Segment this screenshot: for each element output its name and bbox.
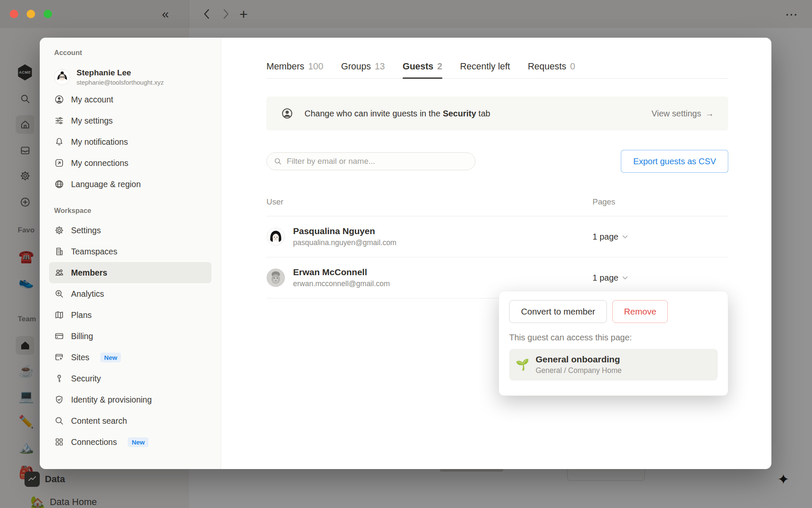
guests-controls-row: Export guests as CSV bbox=[266, 150, 728, 173]
sidebar-item-my-notifications[interactable]: My notifications bbox=[49, 131, 211, 152]
person-circle-icon bbox=[281, 107, 294, 120]
sidebar-item-billing[interactable]: Billing bbox=[49, 326, 211, 347]
members-tabs: Members100 Groups13 Guests2 Recently lef… bbox=[266, 61, 728, 79]
sidebar-item-language-region[interactable]: Language & region bbox=[49, 174, 211, 195]
guest-user-cell: Erwan McConnell erwan.mcconnell@gmail.co… bbox=[266, 267, 593, 288]
globe-icon bbox=[54, 179, 64, 189]
avatar bbox=[54, 69, 70, 85]
avatar bbox=[266, 268, 285, 287]
sidebar-item-label: My settings bbox=[71, 116, 113, 126]
sidebar-item-my-account[interactable]: My account bbox=[49, 89, 211, 110]
tab-count: 100 bbox=[308, 61, 324, 72]
settings-sidebar: Account Stephanie Lee stephanie@toolsfor… bbox=[40, 38, 221, 469]
key-icon bbox=[54, 373, 64, 384]
guest-name: Erwan McConnell bbox=[293, 267, 390, 277]
seedling-icon: 🌱 bbox=[516, 358, 529, 371]
shield-check-icon bbox=[54, 395, 64, 405]
account-user-row[interactable]: Stephanie Lee stephanie@toolsforthought.… bbox=[49, 65, 211, 89]
workspace-section-label: Workspace bbox=[49, 207, 211, 215]
chevron-down-icon bbox=[622, 235, 628, 239]
sidebar-item-label: Connections bbox=[71, 437, 117, 447]
people-icon bbox=[54, 268, 64, 278]
sidebar-item-label: Analytics bbox=[71, 289, 104, 299]
credit-card-icon bbox=[54, 331, 64, 341]
tab-count: 0 bbox=[570, 61, 575, 72]
gear-icon bbox=[54, 225, 64, 235]
sidebar-item-label: My connections bbox=[71, 158, 128, 168]
magnifier-sparkle-icon bbox=[54, 289, 64, 299]
guest-email: erwan.mcconnell@gmail.com bbox=[293, 279, 390, 288]
arrow-right-icon: → bbox=[705, 109, 714, 119]
sidebar-item-members[interactable]: Members bbox=[49, 262, 211, 283]
convert-to-member-button[interactable]: Convert to member bbox=[509, 300, 607, 323]
sidebar-item-plans[interactable]: Plans bbox=[49, 304, 211, 326]
guest-actions-popover: Convert to member Remove This guest can … bbox=[499, 291, 728, 396]
sidebar-item-label: Identity & provisioning bbox=[71, 395, 152, 405]
view-settings-link[interactable]: View settings → bbox=[652, 109, 714, 119]
bell-icon bbox=[54, 137, 64, 147]
sidebar-item-label: Members bbox=[71, 268, 107, 278]
search-icon bbox=[274, 157, 282, 166]
close-window-button[interactable] bbox=[10, 10, 18, 18]
tab-recently-left[interactable]: Recently left bbox=[460, 61, 510, 78]
popover-actions: Convert to member Remove bbox=[509, 300, 718, 323]
guest-pages-dropdown[interactable]: 1 page bbox=[593, 273, 728, 283]
sidebar-item-label: Billing bbox=[71, 331, 93, 341]
tab-count: 13 bbox=[375, 61, 385, 72]
accessible-page-item[interactable]: 🌱 General onboarding General / Company H… bbox=[509, 349, 718, 381]
tab-requests[interactable]: Requests0 bbox=[528, 61, 575, 78]
sidebar-item-sites[interactable]: Sites New bbox=[49, 347, 211, 368]
guest-table-header: User Pages bbox=[266, 197, 728, 216]
banner-text: Change who can invite guests in the Secu… bbox=[304, 109, 641, 119]
sidebar-item-label: Content search bbox=[71, 416, 127, 426]
zoom-window-button[interactable] bbox=[44, 10, 52, 18]
sidebar-item-label: Security bbox=[71, 374, 101, 384]
members-settings-main: Members100 Groups13 Guests2 Recently lef… bbox=[221, 38, 771, 469]
minimize-window-button[interactable] bbox=[27, 10, 35, 18]
sidebar-item-security[interactable]: Security bbox=[49, 368, 211, 389]
browser-cursor-icon bbox=[54, 352, 64, 362]
tab-count: 2 bbox=[437, 61, 442, 72]
sidebar-item-my-connections[interactable]: My connections bbox=[49, 152, 211, 174]
sidebar-item-settings[interactable]: Settings bbox=[49, 220, 211, 241]
sidebar-item-connections[interactable]: Connections New bbox=[49, 431, 211, 453]
sidebar-item-label: Teamspaces bbox=[71, 247, 117, 257]
tab-members[interactable]: Members100 bbox=[266, 61, 323, 78]
sidebar-item-label: Language & region bbox=[71, 179, 141, 189]
chevron-down-icon bbox=[622, 276, 628, 280]
page-breadcrumb: General / Company Home bbox=[535, 366, 621, 375]
column-header-pages: Pages bbox=[593, 197, 728, 207]
building-icon bbox=[54, 246, 64, 257]
grid-icon bbox=[54, 437, 64, 447]
sidebar-item-teamspaces[interactable]: Teamspaces bbox=[49, 241, 211, 262]
guest-pages-dropdown[interactable]: 1 page bbox=[593, 232, 728, 242]
table-row: Pasqualina Nguyen pasqualina.nguyen@gmai… bbox=[266, 216, 728, 257]
person-circle-icon bbox=[54, 94, 64, 105]
sidebar-item-my-settings[interactable]: My settings bbox=[49, 110, 211, 131]
account-user-name: Stephanie Lee bbox=[77, 68, 164, 77]
sidebar-item-identity-provisioning[interactable]: Identity & provisioning bbox=[49, 389, 211, 410]
tab-groups[interactable]: Groups13 bbox=[341, 61, 384, 78]
guest-filter-input[interactable] bbox=[287, 157, 472, 166]
new-badge: New bbox=[100, 353, 121, 362]
account-user-email: stephanie@toolsforthought.xyz bbox=[77, 79, 164, 86]
sidebar-item-content-search[interactable]: Content search bbox=[49, 410, 211, 431]
screen: « + ⋯ ACME bbox=[0, 0, 812, 508]
sidebar-item-label: My account bbox=[71, 95, 113, 105]
guest-email: pasqualina.nguyen@gmail.com bbox=[293, 238, 396, 247]
column-header-user: User bbox=[266, 197, 593, 207]
sliders-icon bbox=[54, 116, 64, 126]
guest-user-cell: Pasqualina Nguyen pasqualina.nguyen@gmai… bbox=[266, 226, 593, 247]
page-title: General onboarding bbox=[535, 354, 621, 364]
export-guests-csv-button[interactable]: Export guests as CSV bbox=[621, 150, 728, 173]
guest-name: Pasqualina Nguyen bbox=[293, 226, 396, 236]
sidebar-item-label: Plans bbox=[71, 310, 92, 320]
sidebar-item-analytics[interactable]: Analytics bbox=[49, 283, 211, 304]
map-icon bbox=[54, 310, 64, 320]
tab-guests[interactable]: Guests2 bbox=[403, 61, 442, 78]
magnifier-icon bbox=[54, 416, 64, 426]
remove-guest-button[interactable]: Remove bbox=[612, 300, 667, 323]
account-section-label: Account bbox=[49, 49, 211, 57]
arrow-out-square-icon bbox=[54, 158, 64, 168]
guest-filter-field[interactable] bbox=[266, 152, 475, 170]
